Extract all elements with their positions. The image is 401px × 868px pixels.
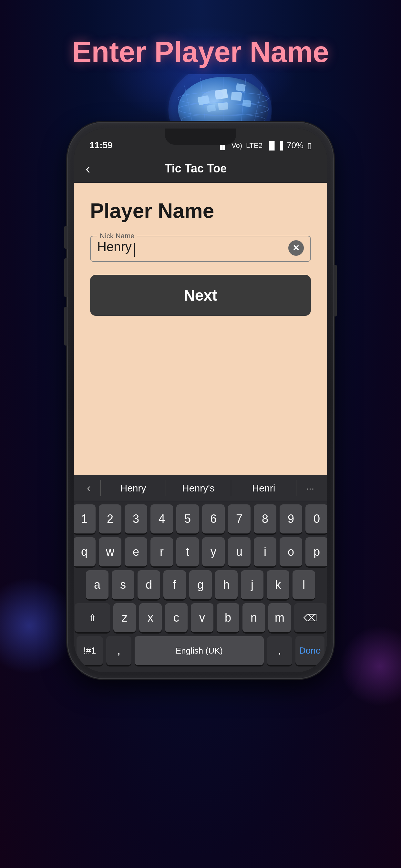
- page-title: Enter Player Name: [72, 35, 329, 69]
- key-v[interactable]: v: [191, 603, 213, 632]
- key-u[interactable]: u: [228, 537, 251, 566]
- key-k[interactable]: k: [267, 570, 289, 599]
- done-key[interactable]: Done: [296, 636, 325, 665]
- key-x[interactable]: x: [139, 603, 162, 632]
- key-l[interactable]: l: [292, 570, 315, 599]
- clear-input-button[interactable]: [288, 240, 304, 256]
- silent-switch: [64, 307, 67, 345]
- key-r[interactable]: r: [150, 537, 173, 566]
- lte-label: LTE2: [246, 142, 263, 150]
- battery-indicator: 70%: [287, 141, 304, 151]
- phone-device: 11:59 ▐▌ Vo) LTE2 ▐▌▐ 70% ▯ ‹ Tic Tac To…: [68, 123, 333, 678]
- status-time: 11:59: [89, 140, 113, 151]
- key-7[interactable]: 7: [228, 504, 251, 533]
- text-cursor: [134, 243, 135, 257]
- zxcv-row: ⇧ z x c v b n m ⌫: [76, 603, 325, 632]
- volume-up-button: [64, 226, 67, 249]
- section-title: Player Name: [90, 199, 311, 223]
- navigation-bar: ‹ Tic Tac Toe: [74, 154, 327, 183]
- key-2[interactable]: 2: [99, 504, 121, 533]
- asdf-row: a s d f g h j k l: [76, 570, 325, 599]
- svg-rect-11: [231, 92, 242, 101]
- qwerty-row: q w e r t y u i o p: [76, 537, 325, 566]
- signal-label: Vo): [232, 142, 242, 150]
- space-key[interactable]: English (UK): [135, 636, 264, 665]
- key-j[interactable]: j: [241, 570, 264, 599]
- key-i[interactable]: i: [254, 537, 276, 566]
- nickname-input-wrapper[interactable]: Nick Name Henry: [90, 236, 311, 262]
- key-m[interactable]: m: [268, 603, 291, 632]
- key-3[interactable]: 3: [125, 504, 147, 533]
- nav-title: Tic Tac Toe: [90, 162, 301, 175]
- key-c[interactable]: c: [165, 603, 188, 632]
- key-5[interactable]: 5: [176, 504, 199, 533]
- keyboard-rows: 1 2 3 4 5 6 7 8 9 0 q w: [74, 501, 327, 672]
- bg-glow-right: [340, 626, 401, 707]
- shift-key[interactable]: ⇧: [74, 603, 110, 632]
- key-f[interactable]: f: [163, 570, 186, 599]
- page-title-container: Enter Player Name: [72, 35, 329, 69]
- key-w[interactable]: w: [99, 537, 121, 566]
- key-q[interactable]: q: [74, 537, 96, 566]
- bg-glow-left: [0, 578, 78, 674]
- symbol-key[interactable]: !#1: [76, 636, 103, 665]
- bottom-row: !#1 , English (UK) . Done: [76, 636, 325, 671]
- key-a[interactable]: a: [86, 570, 109, 599]
- nickname-value-display: Henry: [97, 240, 135, 257]
- key-y[interactable]: y: [202, 537, 225, 566]
- key-1[interactable]: 1: [74, 504, 96, 533]
- phone-notch: [165, 128, 236, 145]
- key-g[interactable]: g: [189, 570, 212, 599]
- key-b[interactable]: b: [217, 603, 239, 632]
- back-button[interactable]: ‹: [86, 161, 90, 176]
- autocomplete-back-arrow[interactable]: ‹: [81, 482, 97, 495]
- key-4[interactable]: 4: [150, 504, 173, 533]
- phone-screen: 11:59 ▐▌ Vo) LTE2 ▐▌▐ 70% ▯ ‹ Tic Tac To…: [74, 128, 327, 672]
- period-key[interactable]: .: [267, 636, 292, 665]
- nickname-text: Henry: [97, 240, 132, 254]
- backspace-key[interactable]: ⌫: [294, 603, 327, 632]
- input-field-row: Henry: [97, 240, 304, 257]
- key-6[interactable]: 6: [202, 504, 225, 533]
- wifi-signal-icon: ▐▌▐: [266, 141, 283, 150]
- nickname-label: Nick Name: [97, 232, 137, 240]
- key-z[interactable]: z: [113, 603, 136, 632]
- next-button[interactable]: Next: [90, 275, 311, 316]
- key-s[interactable]: s: [112, 570, 134, 599]
- divider-1: [100, 480, 101, 496]
- suggestion-3[interactable]: Henri: [235, 483, 293, 494]
- key-8[interactable]: 8: [254, 504, 276, 533]
- keyboard: ‹ Henry Henry's Henri ··· 1 2: [74, 475, 327, 672]
- key-e[interactable]: e: [125, 537, 147, 566]
- divider-4: [296, 480, 297, 496]
- svg-rect-14: [218, 102, 228, 111]
- key-h[interactable]: h: [215, 570, 238, 599]
- key-d[interactable]: d: [137, 570, 160, 599]
- battery-icon: ▯: [307, 141, 312, 150]
- autocomplete-bar: ‹ Henry Henry's Henri ···: [74, 475, 327, 501]
- power-button: [334, 265, 337, 316]
- volume-down-button: [64, 258, 67, 297]
- content-area: Player Name Nick Name Henry Next: [74, 183, 327, 475]
- key-n[interactable]: n: [243, 603, 265, 632]
- phone-frame: 11:59 ▐▌ Vo) LTE2 ▐▌▐ 70% ▯ ‹ Tic Tac To…: [68, 123, 333, 678]
- key-t[interactable]: t: [176, 537, 199, 566]
- key-9[interactable]: 9: [280, 504, 302, 533]
- divider-3: [231, 480, 231, 496]
- suggestion-2[interactable]: Henry's: [169, 483, 227, 494]
- more-suggestions-button[interactable]: ···: [300, 483, 320, 494]
- key-o[interactable]: o: [280, 537, 302, 566]
- comma-key[interactable]: ,: [106, 636, 131, 665]
- key-0[interactable]: 0: [305, 504, 327, 533]
- svg-rect-15: [242, 99, 251, 107]
- suggestion-1[interactable]: Henry: [104, 483, 162, 494]
- number-row: 1 2 3 4 5 6 7 8 9 0: [76, 504, 325, 533]
- key-p[interactable]: p: [305, 537, 327, 566]
